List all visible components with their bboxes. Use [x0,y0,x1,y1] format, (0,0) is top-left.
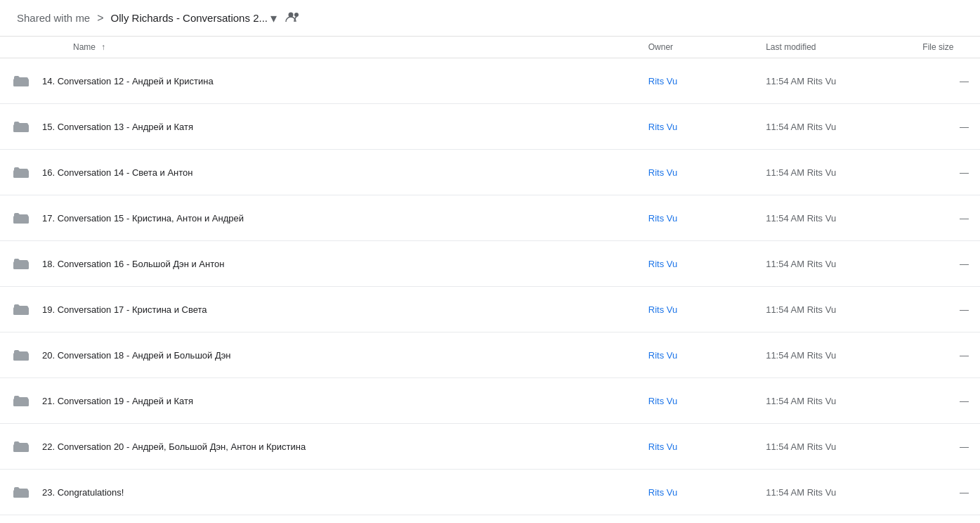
modified-cell: 9:25 AM Rits Vu [754,515,911,524]
owner-link[interactable]: Rits Vu [648,487,677,498]
file-name-cell: 15. Conversation 13 - Андрей и Катя [0,104,637,150]
svg-rect-8 [13,353,29,361]
file-table: Name ↑ Owner Last modified File size 14.… [0,37,980,523]
modified-cell: 11:54 AM Rits Vu [754,150,911,195]
file-name-text[interactable]: 16. Conversation 14 - Света и Антон [42,167,192,178]
size-cell: — [911,58,980,104]
file-name-text[interactable]: 15. Conversation 13 - Андрей и Катя [42,122,193,132]
svg-rect-4 [13,170,29,178]
svg-rect-11 [13,490,29,498]
table-row[interactable]: 15. Conversation 13 - Андрей и КатяRits … [0,104,980,150]
file-name-cell: 19. Conversation 17 - Кристина и Света [0,287,637,332]
folder-shared-icon[interactable] [285,10,301,26]
table-row[interactable]: 22. Conversation 20 - Андрей, Большой Дэ… [0,424,980,470]
folder-icon [11,482,31,502]
svg-rect-5 [13,216,29,224]
size-cell: — [911,287,980,332]
breadcrumb-current-folder: Olly Richards - Conversations 2... ▾ [111,11,277,26]
size-cell: — [911,195,980,241]
size-cell: — [911,378,980,424]
table-row[interactable]: 17. Conversation 15 - Кристина, Антон и … [0,195,980,241]
svg-rect-2 [13,79,29,86]
size-cell: 645 KB [911,515,980,524]
breadcrumb-shared-with-me[interactable]: Shared with me [17,12,90,24]
file-name-text[interactable]: 22. Conversation 20 - Андрей, Большой Дэ… [42,441,306,452]
folder-icon [11,71,31,91]
dropdown-arrow-icon[interactable]: ▾ [270,11,277,26]
modified-cell: 11:54 AM Rits Vu [754,424,911,470]
header: Shared with me > Olly Richards - Convers… [0,0,980,37]
owner-link[interactable]: Rits Vu [648,396,677,406]
owner-cell[interactable]: Rits Vu [637,424,754,470]
table-row[interactable]: PDFProof Content.pdf Rits Vu9:25 AM Rits… [0,515,980,524]
svg-rect-10 [13,444,29,452]
column-header-owner[interactable]: Owner [637,37,754,58]
owner-link[interactable]: Rits Vu [648,304,677,315]
owner-link[interactable]: Rits Vu [648,259,677,269]
size-cell: — [911,150,980,195]
owner-cell[interactable]: Rits Vu [637,150,754,195]
owner-cell[interactable]: Rits Vu [637,195,754,241]
svg-rect-7 [13,307,29,315]
table-row[interactable]: 20. Conversation 18 - Андрей и Большой Д… [0,332,980,378]
folder-icon [11,162,31,182]
file-name-cell: PDFProof Content.pdf [0,515,637,524]
owner-cell[interactable]: Rits Vu [637,378,754,424]
folder-icon [11,208,31,228]
modified-cell: 11:54 AM Rits Vu [754,195,911,241]
folder-icon [11,391,31,411]
file-name-cell: 23. Congratulations! [0,470,637,515]
file-name-cell: 18. Conversation 16 - Большой Дэн и Анто… [0,241,637,287]
modified-cell: 11:54 AM Rits Vu [754,104,911,150]
svg-point-1 [294,13,299,17]
owner-link[interactable]: Rits Vu [648,76,677,86]
file-name-text[interactable]: 19. Conversation 17 - Кристина и Света [42,304,207,315]
modified-cell: 11:54 AM Rits Vu [754,287,911,332]
size-cell: — [911,424,980,470]
table-row[interactable]: 16. Conversation 14 - Света и АнтонRits … [0,150,980,195]
file-name-text[interactable]: 14. Conversation 12 - Андрей и Кристина [42,76,214,86]
modified-cell: 11:54 AM Rits Vu [754,378,911,424]
file-name-text[interactable]: 23. Congratulations! [42,487,124,498]
column-header-name[interactable]: Name ↑ [0,37,637,58]
file-name-cell: 21. Conversation 19 - Андрей и Катя [0,378,637,424]
size-cell: — [911,470,980,515]
sort-arrow-icon: ↑ [101,42,105,52]
owner-link[interactable]: Rits Vu [648,350,677,361]
table-row[interactable]: 14. Conversation 12 - Андрей и КристинаR… [0,58,980,104]
owner-link[interactable]: Rits Vu [648,213,677,224]
owner-cell[interactable]: Rits Vu [637,287,754,332]
owner-link[interactable]: Rits Vu [648,122,677,132]
svg-rect-9 [13,399,29,406]
file-name-text[interactable]: 20. Conversation 18 - Андрей и Большой Д… [42,350,231,361]
svg-rect-6 [13,262,29,269]
table-row[interactable]: 18. Conversation 16 - Большой Дэн и Анто… [0,241,980,287]
table-row[interactable]: 19. Conversation 17 - Кристина и СветаRi… [0,287,980,332]
file-name-cell: 17. Conversation 15 - Кристина, Антон и … [0,195,637,241]
breadcrumb-separator: > [97,12,103,25]
folder-icon [11,299,31,319]
file-name-text[interactable]: 21. Conversation 19 - Андрей и Катя [42,396,193,406]
folder-icon [11,437,31,456]
owner-link[interactable]: Rits Vu [648,441,677,452]
owner-cell[interactable]: Rits Vu [637,104,754,150]
owner-cell[interactable]: Rits Vu [637,332,754,378]
owner-cell[interactable]: Rits Vu [637,241,754,287]
table-row[interactable]: 21. Conversation 19 - Андрей и КатяRits … [0,378,980,424]
column-header-modified[interactable]: Last modified [754,37,911,58]
owner-link[interactable]: Rits Vu [648,167,677,178]
modified-cell: 11:54 AM Rits Vu [754,332,911,378]
file-name-cell: 22. Conversation 20 - Андрей, Большой Дэ… [0,424,637,470]
svg-rect-3 [13,124,29,132]
table-body: 14. Conversation 12 - Андрей и КристинаR… [0,58,980,524]
column-header-size[interactable]: File size [911,37,980,58]
file-name-text[interactable]: 18. Conversation 16 - Большой Дэн и Анто… [42,259,224,269]
table-header: Name ↑ Owner Last modified File size [0,37,980,58]
folder-icon [11,117,31,136]
owner-cell[interactable]: Rits Vu [637,470,754,515]
owner-cell[interactable]: Rits Vu [637,58,754,104]
size-cell: — [911,332,980,378]
table-row[interactable]: 23. Congratulations!Rits Vu11:54 AM Rits… [0,470,980,515]
file-name-text[interactable]: 17. Conversation 15 - Кристина, Антон и … [42,213,244,224]
owner-cell[interactable]: Rits Vu [637,515,754,524]
